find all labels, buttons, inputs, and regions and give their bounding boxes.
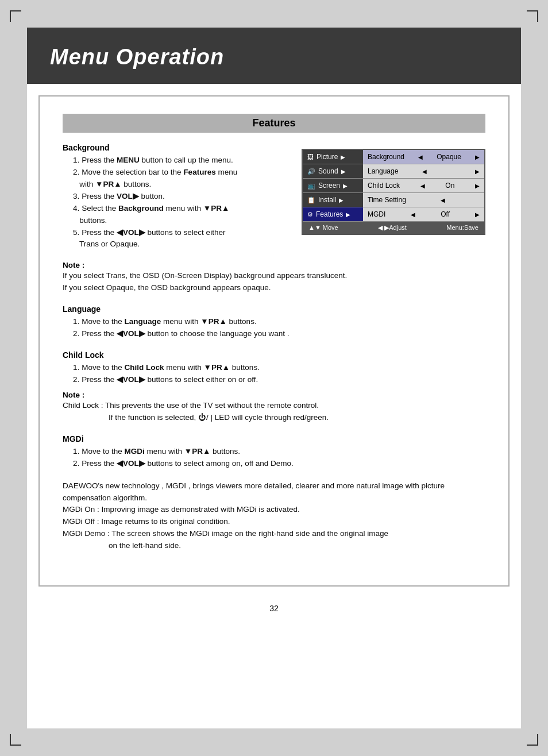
tv-menu-row: 🔊 Sound ▶ Language ◀ ▶ (303, 164, 484, 179)
tv-menu-value-on: On (445, 182, 454, 190)
arrow-left: ◀ (422, 168, 427, 175)
background-steps: Press the MENU button to call up the men… (63, 155, 284, 250)
childlock-section: Child Lock Move to the Child Lock menu w… (63, 350, 485, 424)
tv-menu-left-screen: 📺 Screen ▶ (303, 179, 363, 192)
arrow-right: ▶ (475, 211, 480, 218)
background-note-line-2: If you select Opaque, the OSD background… (63, 282, 485, 294)
arrow-right: ▶ (341, 168, 346, 175)
arrow-right: ▶ (475, 168, 480, 175)
tv-menu-value-off: Off (441, 210, 450, 218)
tv-menu-right-timesetting: Time Setting ◀ (363, 193, 484, 207)
childlock-note: Note : Child Lock : This prevents the us… (63, 389, 485, 424)
mgdi-title: MGDi (63, 434, 485, 443)
tv-menu-label-picture: Picture (317, 153, 338, 161)
background-section: Background Press the MENU button to call… (63, 143, 485, 250)
list-item: Press the ◀VOL▶ buttons to select either… (72, 374, 485, 386)
mgdi-para-4-indent: on the left-hand side. (63, 540, 485, 552)
list-item: Move to the MGDi menu with ▼PR▲ buttons. (72, 446, 485, 458)
mgdi-para-4: MGDi Demo : The screen shows the MGDi im… (63, 528, 485, 540)
tv-menu-item-childlock: Child Lock (368, 182, 400, 190)
list-item: Press the ◀VOL▶ button to choose the lan… (72, 328, 485, 340)
arrow-right: ▶ (475, 154, 480, 160)
tv-menu-label-screen: Screen (318, 182, 340, 190)
background-note-line-1: If you select Trans, the OSD (On-Screen … (63, 270, 485, 282)
tv-menu-row: ⚙ Features ▶ MGDI ◀ Off ▶ (303, 207, 484, 222)
tv-menu-left-install: 📋 Install ▶ (303, 193, 363, 207)
tv-menu-label-install: Install (318, 196, 336, 204)
tv-menu-left-sound: 🔊 Sound ▶ (303, 164, 363, 178)
tv-menu-row: 📺 Screen ▶ Child Lock ◀ On ▶ (303, 179, 484, 193)
arrow-left: ◀ (418, 154, 423, 160)
list-item: Press the ◀VOL▶ buttons to select either… (72, 227, 284, 251)
arrow-right: ▶ (346, 211, 350, 218)
list-item: Move to the Child Lock menu with ▼PR▲ bu… (72, 362, 485, 374)
mgdi-para-3: MGDi Off : Image returns to its original… (63, 516, 485, 528)
childlock-note-line: Child Lock : This prevents the use of th… (63, 400, 485, 412)
list-item: Select the Background menu with ▼PR▲ but… (72, 203, 284, 227)
list-item: Press the ◀VOL▶ buttons to select among … (72, 458, 485, 470)
page-title: Menu Operation (50, 45, 498, 70)
childlock-note-label: Note : (63, 391, 84, 399)
tv-menu-right-background: Background ◀ Opaque ▶ (363, 150, 484, 164)
tv-menu-label-features: Features (316, 210, 343, 218)
mgdi-para-1: DAEWOO's new technology , MGDI , brings … (63, 480, 485, 504)
tv-menu-adjust: ◀ ▶Adjust (378, 224, 407, 232)
tv-menu-value-opaque: Opaque (437, 153, 461, 161)
childlock-title: Child Lock (63, 350, 485, 360)
corner-tl (10, 10, 21, 22)
language-section: Language Move to the Language menu with … (63, 304, 485, 340)
language-title: Language (63, 304, 485, 314)
tv-menu-save: Menu:Save (446, 224, 478, 232)
tv-menu-left-picture: 🖼 Picture ▶ (303, 150, 363, 164)
section-title: Features (63, 114, 485, 133)
background-note-label: Note : (63, 261, 84, 269)
mgdi-steps: Move to the MGDi menu with ▼PR▲ buttons.… (63, 446, 485, 470)
tv-menu-right-language: Language ◀ ▶ (363, 164, 484, 178)
content-area: Features Background Press the MENU butto… (38, 95, 510, 587)
tv-menu-row: 📋 Install ▶ Time Setting ◀ (303, 193, 484, 207)
tv-menu-left-features: ⚙ Features ▶ (303, 207, 363, 221)
arrow-right: ▶ (343, 183, 348, 189)
page-number: 32 (27, 604, 521, 624)
corner-tr (527, 10, 538, 22)
tv-menu-right-childlock: Child Lock ◀ On ▶ (363, 179, 484, 192)
list-item: Press the VOL▶ button. (72, 191, 284, 203)
list-item: Move the selection bar to the Features m… (72, 167, 284, 191)
tv-menu-item-mgdi: MGDI (368, 210, 385, 218)
background-text-col: Background Press the MENU button to call… (63, 143, 284, 250)
arrow-left: ◀ (420, 183, 425, 189)
arrow-left: ◀ (441, 197, 445, 203)
corner-bl (10, 734, 21, 746)
tv-menu-item-language: Language (368, 167, 398, 175)
tv-menu: 🖼 Picture ▶ Background ◀ Opaque ▶ (302, 149, 485, 235)
arrow-left: ◀ (411, 211, 415, 218)
list-item: Press the MENU button to call up the men… (72, 155, 284, 167)
header-banner: Menu Operation (27, 28, 521, 84)
arrow-right: ▶ (339, 197, 344, 203)
childlock-note-indent: If the function is selected, ⏻/ | LED wi… (63, 412, 485, 424)
tv-menu-label-sound: Sound (318, 167, 338, 175)
arrow-right: ▶ (475, 183, 480, 189)
tv-menu-item-background: Background (368, 153, 404, 161)
language-steps: Move to the Language menu with ▼PR▲ butt… (63, 316, 485, 340)
tv-menu-move: ▲▼ Move (308, 224, 338, 232)
tv-menu-row: 🖼 Picture ▶ Background ◀ Opaque ▶ (303, 150, 484, 164)
list-item: Move to the Language menu with ▼PR▲ butt… (72, 316, 485, 328)
background-title: Background (63, 143, 284, 152)
childlock-steps: Move to the Child Lock menu with ▼PR▲ bu… (63, 362, 485, 386)
page: Menu Operation Features Background Press… (27, 28, 521, 728)
mgdi-section: MGDi Move to the MGDi menu with ▼PR▲ but… (63, 434, 485, 552)
arrow-right: ▶ (341, 154, 345, 160)
corner-br (527, 734, 538, 746)
tv-menu-right-mgdi: MGDI ◀ Off ▶ (363, 207, 484, 221)
tv-menu-bottom: ▲▼ Move ◀ ▶Adjust Menu:Save (303, 222, 484, 234)
tv-menu-item-timesetting: Time Setting (368, 196, 406, 204)
background-note: Note : If you select Trans, the OSD (On-… (63, 260, 485, 294)
mgdi-para-2: MGDi On : Improving image as demonstrate… (63, 504, 485, 516)
tv-menu-col: 🖼 Picture ▶ Background ◀ Opaque ▶ (302, 149, 485, 235)
